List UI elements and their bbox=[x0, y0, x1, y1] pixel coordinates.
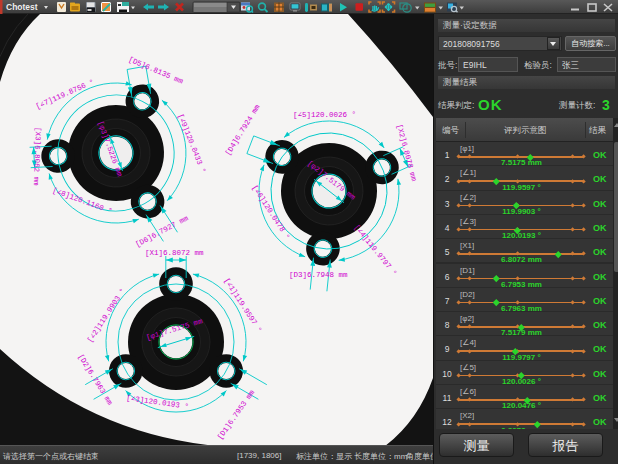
svg-text:Chotest: Chotest bbox=[6, 2, 38, 12]
svg-text:[D3]6.7948 mm: [D3]6.7948 mm bbox=[289, 271, 348, 279]
svg-text:[∠5]120.0026 °: [∠5]120.0026 ° bbox=[293, 111, 356, 119]
svg-text:[X1]6.8072 mm: [X1]6.8072 mm bbox=[145, 249, 204, 257]
